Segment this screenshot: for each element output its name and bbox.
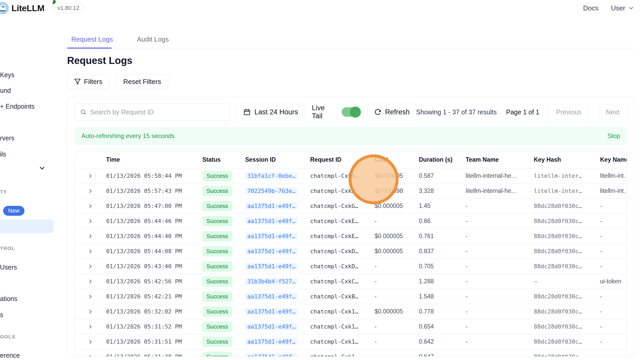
session-id-cell: 7022549b-763e… — [245, 187, 310, 194]
table-row: 01/13/2026 05:47:00 PM Success aa1375d1-… — [75, 198, 627, 213]
team-name-cell: - — [466, 233, 534, 240]
refresh-button[interactable]: Refresh — [368, 103, 416, 121]
status-badge: Success — [202, 306, 232, 317]
expand-row-button[interactable] — [75, 309, 106, 315]
col-cost: Cost — [375, 156, 419, 163]
session-id-link[interactable]: aa1375d1-e49f… — [245, 323, 297, 330]
sidebar-item-keys[interactable]: Keys — [0, 71, 15, 79]
col-duration: Duration (s) — [419, 156, 466, 163]
session-id-cell: aa1375d1-e49f… — [245, 323, 310, 330]
expand-row-button[interactable] — [75, 263, 106, 270]
status-cell: Success — [202, 216, 245, 226]
table-row: 01/13/2026 05:58:44 PM Success 31bfa1cf-… — [75, 168, 627, 183]
key-name-cell: - — [600, 233, 627, 240]
sidebar-item-playground[interactable]: und — [0, 87, 11, 94]
sidebar-collapse-chevron-icon[interactable] — [38, 165, 46, 173]
top-bar: LiteLLM v1.80.12 Docs User — [0, 0, 644, 16]
session-id-link[interactable]: aa1375d1-e49f… — [245, 293, 297, 300]
reset-filters-button[interactable]: Reset Filters — [116, 74, 168, 89]
key-hash-cell: 88dc28d0f030c… — [534, 218, 600, 224]
expand-row-button[interactable] — [75, 278, 106, 285]
sidebar-item-servers[interactable]: rvers — [0, 134, 15, 142]
expand-row-button[interactable] — [75, 339, 106, 345]
col-request-id: Request ID — [310, 156, 375, 163]
expand-row-button[interactable] — [75, 233, 106, 239]
previous-page-button[interactable]: Previous — [549, 104, 589, 120]
expand-row-button[interactable] — [75, 293, 106, 300]
session-id-cell: aa1375d1-e49f… — [245, 248, 310, 255]
session-id-link[interactable]: 31bfa1cf-0ebe… — [245, 172, 297, 179]
time-cell: 01/13/2026 05:43:40 PM — [106, 263, 202, 270]
next-page-button[interactable]: Next — [599, 104, 627, 120]
session-id-cell: aa1375d1-e49f… — [245, 338, 310, 345]
table-row: 01/13/2026 05:32:02 PM Success aa1375d1-… — [75, 304, 627, 319]
session-id-link[interactable]: aa1375d1-e49f… — [245, 202, 297, 210]
time-cell: 01/13/2026 05:57:43 PM — [106, 188, 202, 194]
chevron-right-icon — [87, 354, 94, 357]
time-range-button[interactable]: Last 24 Hours — [237, 103, 304, 121]
expand-row-button[interactable] — [75, 203, 106, 209]
filters-button[interactable]: Filters — [67, 74, 109, 89]
sidebar-item-guardrails[interactable]: ils — [0, 150, 6, 158]
calendar-icon — [243, 108, 251, 116]
status-cell: Success — [202, 231, 245, 241]
key-name-cell: - — [600, 293, 627, 300]
table-row: 01/13/2026 05:44:40 PM Success aa1375d1-… — [75, 228, 627, 244]
session-id-link[interactable]: aa1375d1-e49f… — [245, 308, 297, 315]
cost-cell: $0.000005 — [375, 248, 419, 255]
live-tail-toggle[interactable] — [342, 107, 361, 117]
status-badge: Success — [202, 186, 232, 196]
request-id-cell: chatcmpl-Cxk1… — [310, 308, 375, 315]
stop-auto-refresh-link[interactable]: Stop — [607, 132, 620, 140]
reset-filters-label: Reset Filters — [123, 78, 161, 86]
session-id-link[interactable]: aa1375d1-e49f… — [245, 218, 297, 225]
sidebar-item-models-endpoints[interactable]: + Endpoints — [0, 103, 35, 110]
expand-row-button[interactable] — [75, 173, 106, 179]
expand-row-button[interactable] — [75, 188, 106, 194]
session-id-link[interactable]: aa1375d1-e49f… — [245, 233, 297, 240]
status-cell: Success — [202, 261, 245, 272]
status-cell: Success — [202, 276, 245, 287]
sidebar-item-teams[interactable]: s — [0, 311, 3, 319]
search-box[interactable] — [75, 103, 230, 121]
expand-row-button[interactable] — [75, 354, 106, 357]
key-hash-cell: litellm-inter… — [534, 188, 600, 194]
user-menu[interactable]: User — [611, 4, 635, 12]
docs-link[interactable]: Docs — [583, 4, 599, 12]
team-name-cell: - — [466, 338, 534, 345]
sidebar-item-api-reference[interactable]: erence — [0, 352, 20, 359]
cost-cell: $0.000005 — [375, 308, 419, 315]
session-id-link[interactable]: aa1375d1-e49f… — [245, 353, 297, 357]
session-id-link[interactable]: aa1375d1-e49f… — [245, 338, 297, 345]
sidebar-item-logs-selected[interactable] — [0, 220, 54, 233]
cost-cell: - — [375, 278, 419, 285]
search-icon — [80, 109, 86, 115]
key-hash-cell: 88dc28d0f030c… — [534, 203, 600, 209]
expand-row-button[interactable] — [75, 248, 106, 254]
session-id-link[interactable]: aa1375d1-e49f… — [245, 248, 297, 255]
sidebar-section-observability: TY — [0, 189, 7, 195]
tab-request-logs[interactable]: Request Logs — [67, 33, 117, 48]
sidebar-item-users[interactable]: Users — [0, 264, 17, 271]
col-team-name: Team Name — [466, 156, 534, 163]
tab-audit-logs[interactable]: Audit Logs — [133, 33, 173, 48]
time-cell: 01/13/2026 05:44:46 PM — [106, 218, 202, 224]
table-row: 01/13/2026 05:44:08 PM Success aa1375d1-… — [75, 244, 627, 259]
page-title: Request Logs — [67, 55, 634, 66]
session-id-link[interactable]: 31b3b4b4-f527… — [245, 278, 297, 285]
search-input[interactable] — [90, 108, 225, 116]
sidebar-item-organizations[interactable]: ations — [0, 295, 17, 303]
auto-refresh-text: Auto-refreshing every 15 seconds — [81, 132, 175, 140]
status-badge: Success — [202, 352, 232, 357]
expand-row-button[interactable] — [75, 218, 106, 224]
expand-row-button[interactable] — [75, 324, 106, 330]
brand-logo — [0, 2, 9, 14]
team-name-cell: litellm-internal-he... — [466, 187, 534, 194]
key-hash-cell: 88dc28d0f030c… — [534, 308, 600, 315]
session-id-link[interactable]: 7022549b-763e… — [245, 187, 297, 194]
session-id-link[interactable]: aa1375d1-e49f… — [245, 263, 297, 270]
page-indicator: Page 1 of 1 — [506, 108, 539, 116]
chevron-right-icon — [87, 278, 94, 285]
session-id-cell: aa1375d1-e49f… — [245, 233, 310, 240]
chevron-right-icon — [87, 218, 94, 224]
